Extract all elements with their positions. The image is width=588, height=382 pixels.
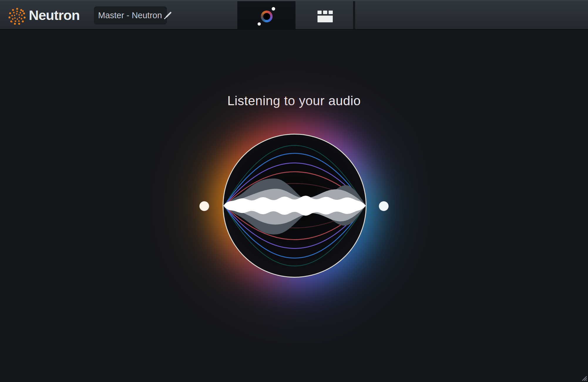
channel-strip-icon [317,11,333,22]
preset-name-field[interactable]: Master - Neutron [94,6,167,24]
tab-detailed-view[interactable] [295,1,353,30]
neutron-plugin-window: Neutron Master - Neutron [0,0,588,382]
preset-name-label: Master - Neutron [94,11,162,20]
tab-divider [353,1,355,30]
listening-visualizer [223,134,367,278]
neutron-logo-icon [6,5,28,26]
window-resize-grip[interactable] [580,374,587,381]
pencil-icon[interactable] [163,11,173,21]
orb-satellite-dot [272,7,275,11]
app-title: Neutron [29,1,80,30]
left-handle-dot [199,201,209,211]
right-handle-dot [379,201,389,211]
visualizer-graphics [224,135,366,277]
tab-assistant-view[interactable] [237,1,295,30]
assistant-orb-icon [261,11,273,22]
top-toolbar: Neutron Master - Neutron [0,0,588,30]
orb-satellite-dot [258,22,261,26]
